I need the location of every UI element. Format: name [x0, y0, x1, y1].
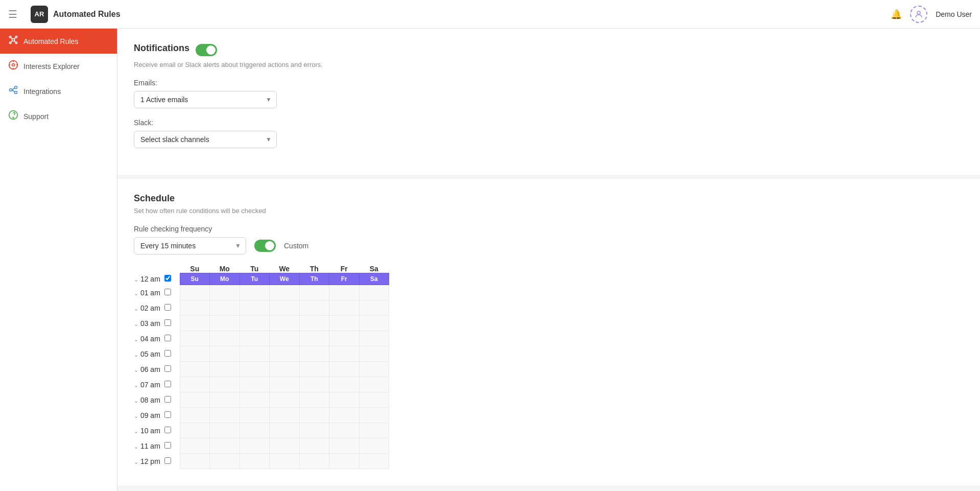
row-checkbox-cell[interactable] — [164, 331, 180, 346]
day-cell-12-pm-fr[interactable] — [329, 454, 360, 469]
row-checkbox-cell[interactable] — [164, 392, 180, 408]
day-cell-10-am-th[interactable] — [299, 423, 329, 438]
day-cell-06-am-we[interactable] — [270, 362, 300, 377]
day-cell-04-am-mo[interactable] — [210, 331, 240, 346]
day-cell-04-am-sa[interactable] — [359, 331, 389, 346]
day-cell-07-am-th[interactable] — [299, 377, 329, 392]
day-cell-12-pm-su[interactable] — [180, 454, 210, 469]
day-cell-04-am-tu[interactable] — [240, 331, 270, 346]
day-cell-02-am-we[interactable] — [270, 300, 300, 316]
row-checkbox-cell[interactable] — [164, 423, 180, 438]
day-cell-12-pm-th[interactable] — [299, 454, 329, 469]
slack-select[interactable]: Select slack channels — [134, 131, 277, 148]
day-cell-10-am-we[interactable] — [270, 423, 300, 438]
day-cell-01-am-sa[interactable] — [359, 285, 389, 300]
active-day-cell-we[interactable]: We — [270, 273, 300, 285]
day-cell-03-am-we[interactable] — [270, 316, 300, 331]
day-cell-01-am-mo[interactable] — [210, 285, 240, 300]
day-cell-08-am-fr[interactable] — [329, 392, 360, 408]
day-cell-05-am-tu[interactable] — [240, 346, 270, 362]
day-cell-05-am-sa[interactable] — [359, 346, 389, 362]
day-cell-05-am-su[interactable] — [180, 346, 210, 362]
sidebar-item-integrations[interactable]: Integrations — [0, 79, 117, 104]
active-day-cell-sa[interactable]: Sa — [359, 273, 389, 285]
day-cell-06-am-th[interactable] — [299, 362, 329, 377]
day-cell-02-am-mo[interactable] — [210, 300, 240, 316]
day-cell-08-am-sa[interactable] — [359, 392, 389, 408]
day-cell-06-am-tu[interactable] — [240, 362, 270, 377]
day-cell-06-am-mo[interactable] — [210, 362, 240, 377]
row-checkbox-cell[interactable] — [164, 362, 180, 377]
day-cell-08-am-su[interactable] — [180, 392, 210, 408]
day-cell-01-am-tu[interactable] — [240, 285, 270, 300]
notifications-toggle[interactable] — [196, 44, 217, 56]
row-checkbox-cell[interactable] — [164, 273, 180, 285]
day-cell-09-am-mo[interactable] — [210, 408, 240, 423]
day-cell-11-am-th[interactable] — [299, 438, 329, 454]
day-cell-02-am-fr[interactable] — [329, 300, 360, 316]
active-day-cell-tu[interactable]: Tu — [240, 273, 270, 285]
row-checkbox-cell[interactable] — [164, 377, 180, 392]
sidebar-item-automated-rules[interactable]: Automated Rules — [0, 29, 117, 54]
day-cell-08-am-we[interactable] — [270, 392, 300, 408]
day-cell-04-am-we[interactable] — [270, 331, 300, 346]
day-cell-07-am-fr[interactable] — [329, 377, 360, 392]
row-checkbox-cell[interactable] — [164, 346, 180, 362]
day-cell-01-am-fr[interactable] — [329, 285, 360, 300]
day-cell-11-am-we[interactable] — [270, 438, 300, 454]
day-cell-01-am-th[interactable] — [299, 285, 329, 300]
day-cell-10-am-su[interactable] — [180, 423, 210, 438]
frequency-select[interactable]: Every 15 minutes Every 30 minutes Every … — [134, 237, 246, 254]
emails-select[interactable]: 1 Active emails — [134, 91, 277, 108]
day-cell-09-am-sa[interactable] — [359, 408, 389, 423]
day-cell-11-am-tu[interactable] — [240, 438, 270, 454]
row-checkbox-cell[interactable] — [164, 454, 180, 469]
day-cell-03-am-th[interactable] — [299, 316, 329, 331]
active-day-cell-mo[interactable]: Mo — [210, 273, 240, 285]
day-cell-12-pm-sa[interactable] — [359, 454, 389, 469]
day-cell-08-am-th[interactable] — [299, 392, 329, 408]
day-cell-08-am-tu[interactable] — [240, 392, 270, 408]
day-cell-05-am-mo[interactable] — [210, 346, 240, 362]
day-cell-10-am-sa[interactable] — [359, 423, 389, 438]
active-day-cell-fr[interactable]: Fr — [329, 273, 360, 285]
day-cell-07-am-mo[interactable] — [210, 377, 240, 392]
day-cell-07-am-su[interactable] — [180, 377, 210, 392]
day-cell-06-am-fr[interactable] — [329, 362, 360, 377]
active-day-cell-th[interactable]: Th — [299, 273, 329, 285]
day-cell-01-am-su[interactable] — [180, 285, 210, 300]
day-cell-04-am-fr[interactable] — [329, 331, 360, 346]
day-cell-10-am-tu[interactable] — [240, 423, 270, 438]
day-cell-09-am-we[interactable] — [270, 408, 300, 423]
menu-icon[interactable]: ☰ — [8, 8, 17, 20]
row-checkbox-cell[interactable] — [164, 438, 180, 454]
day-cell-02-am-su[interactable] — [180, 300, 210, 316]
day-cell-06-am-su[interactable] — [180, 362, 210, 377]
day-cell-08-am-mo[interactable] — [210, 392, 240, 408]
day-cell-04-am-su[interactable] — [180, 331, 210, 346]
day-cell-11-am-mo[interactable] — [210, 438, 240, 454]
day-cell-07-am-tu[interactable] — [240, 377, 270, 392]
day-cell-07-am-sa[interactable] — [359, 377, 389, 392]
row-checkbox-cell[interactable] — [164, 300, 180, 316]
sidebar-item-support[interactable]: Support — [0, 104, 117, 129]
day-cell-09-am-tu[interactable] — [240, 408, 270, 423]
day-cell-09-am-su[interactable] — [180, 408, 210, 423]
day-cell-09-am-th[interactable] — [299, 408, 329, 423]
day-cell-03-am-tu[interactable] — [240, 316, 270, 331]
day-cell-05-am-we[interactable] — [270, 346, 300, 362]
day-cell-01-am-we[interactable] — [270, 285, 300, 300]
day-cell-02-am-th[interactable] — [299, 300, 329, 316]
day-cell-02-am-tu[interactable] — [240, 300, 270, 316]
row-checkbox-cell[interactable] — [164, 285, 180, 300]
day-cell-05-am-th[interactable] — [299, 346, 329, 362]
row-checkbox-cell[interactable] — [164, 408, 180, 423]
day-cell-12-pm-we[interactable] — [270, 454, 300, 469]
day-cell-10-am-mo[interactable] — [210, 423, 240, 438]
custom-toggle[interactable] — [254, 240, 276, 252]
day-cell-10-am-fr[interactable] — [329, 423, 360, 438]
day-cell-05-am-fr[interactable] — [329, 346, 360, 362]
day-cell-11-am-fr[interactable] — [329, 438, 360, 454]
day-cell-03-am-fr[interactable] — [329, 316, 360, 331]
row-checkbox-cell[interactable] — [164, 316, 180, 331]
